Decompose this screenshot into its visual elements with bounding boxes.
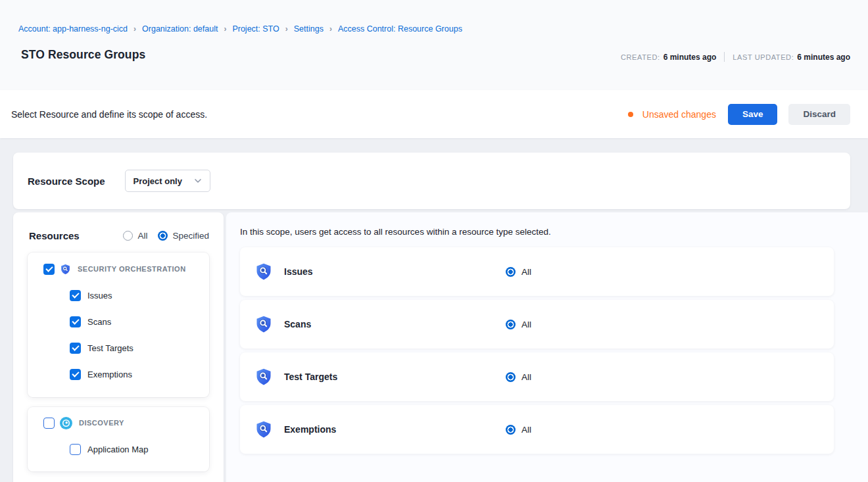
save-button[interactable]: Save	[728, 104, 778, 125]
radio-selected-icon[interactable]	[506, 425, 516, 435]
scope-description: In this scope, users get access to all r…	[240, 227, 868, 237]
unsaved-dot-icon	[628, 112, 633, 117]
tree-item-label: Scans	[87, 317, 111, 327]
access-radio-group[interactable]: All	[506, 372, 531, 382]
chevron-down-icon	[194, 178, 202, 183]
breadcrumb-access-control[interactable]: Access Control: Resource Groups	[338, 24, 462, 34]
tree-row-security-orchestration[interactable]: SECURITY ORCHESTRATION	[28, 256, 209, 282]
tree-row-discovery[interactable]: DISCOVERY	[28, 410, 209, 436]
radio-selected-icon[interactable]	[506, 267, 516, 277]
tree-row-issues[interactable]: Issues	[28, 282, 209, 308]
breadcrumb-separator-icon: ›	[329, 24, 332, 34]
breadcrumb-project[interactable]: Project: STO	[232, 24, 279, 34]
tree-item-label: Test Targets	[87, 343, 133, 353]
access-radio-group[interactable]: All	[506, 267, 531, 277]
radio-selected-icon[interactable]	[506, 372, 516, 382]
page-title: STO Resource Groups	[21, 48, 145, 62]
action-toolbar: Select Resource and define its scope of …	[0, 90, 868, 138]
tree-row-test-targets[interactable]: Test Targets	[28, 335, 209, 361]
resource-card-scans: Scans All	[240, 300, 834, 349]
resource-card-title: Issues	[284, 266, 313, 277]
resource-card-exemptions: Exemptions All	[240, 405, 834, 454]
toolbar-description: Select Resource and define its scope of …	[11, 109, 207, 120]
page-header: Account: app-harness-ng-cicd › Organizat…	[0, 0, 868, 90]
resource-card-title: Exemptions	[284, 424, 336, 435]
access-all-label: All	[521, 425, 531, 435]
access-all-label: All	[521, 267, 531, 277]
radio-specified-label: Specified	[172, 231, 209, 241]
group-label: SECURITY ORCHESTRATION	[78, 265, 186, 273]
access-radio-group[interactable]: All	[506, 425, 531, 435]
discard-button[interactable]: Discard	[788, 104, 850, 125]
unsaved-changes-indicator: Unsaved changes	[628, 109, 716, 120]
discovery-icon	[60, 417, 72, 429]
shield-search-icon	[254, 368, 273, 386]
resources-panel: Resources All Specified SECURITY ORCHES	[13, 212, 224, 482]
resource-group-discovery: DISCOVERY Application Map	[28, 407, 209, 471]
tree-item-label: Issues	[87, 291, 112, 301]
shield-search-icon	[254, 315, 273, 333]
access-all-label: All	[521, 372, 531, 382]
created-label: CREATED:	[621, 53, 660, 61]
created-value: 6 minutes ago	[663, 53, 717, 62]
unsaved-changes-label: Unsaved changes	[642, 109, 716, 120]
breadcrumb-separator-icon: ›	[224, 24, 226, 34]
shield-search-icon	[254, 420, 273, 439]
resource-scope-card: Resource Scope Project only	[13, 153, 850, 209]
radio-option-all[interactable]: All	[123, 231, 147, 241]
checkbox-checked-icon[interactable]	[70, 343, 81, 354]
radio-option-specified[interactable]: Specified	[158, 231, 209, 241]
checkbox-checked-icon[interactable]	[70, 290, 81, 301]
scope-detail-panel: In this scope, users get access to all r…	[226, 212, 868, 482]
tree-row-application-map[interactable]: Application Map	[28, 436, 209, 462]
tree-row-scans[interactable]: Scans	[28, 308, 209, 335]
radio-selected-icon[interactable]	[158, 231, 168, 241]
resource-scope-selected-value: Project only	[133, 176, 194, 186]
breadcrumb-separator-icon: ›	[133, 24, 136, 34]
resources-title: Resources	[29, 230, 80, 241]
resource-card-issues: Issues All	[240, 247, 834, 296]
resource-group-security-orchestration: SECURITY ORCHESTRATION Issues Scans Test…	[28, 253, 209, 397]
resource-scope-dropdown[interactable]: Project only	[125, 170, 210, 192]
breadcrumb-settings[interactable]: Settings	[294, 24, 324, 34]
checkbox-unchecked-icon[interactable]	[43, 418, 55, 429]
resource-card-title: Scans	[284, 319, 311, 329]
breadcrumb: Account: app-harness-ng-cicd › Organizat…	[18, 24, 850, 34]
radio-unselected-icon[interactable]	[123, 231, 133, 241]
tree-item-label: Exemptions	[87, 370, 132, 379]
tree-row-exemptions[interactable]: Exemptions	[28, 361, 209, 387]
breadcrumb-account[interactable]: Account: app-harness-ng-cicd	[18, 24, 128, 34]
access-all-label: All	[521, 320, 531, 329]
checkbox-unchecked-icon[interactable]	[70, 444, 81, 455]
checkbox-checked-icon[interactable]	[70, 369, 81, 380]
group-label: DISCOVERY	[79, 419, 124, 427]
shield-search-icon	[254, 262, 273, 281]
tree-item-label: Application Map	[87, 445, 149, 454]
access-radio-group[interactable]: All	[506, 320, 531, 329]
radio-all-label: All	[137, 231, 147, 241]
checkbox-checked-icon[interactable]	[70, 316, 81, 327]
last-updated-label: LAST UPDATED:	[733, 53, 794, 61]
resource-card-test-targets: Test Targets All	[240, 352, 834, 401]
timestamps: CREATED: 6 minutes ago LAST UPDATED: 6 m…	[621, 52, 850, 62]
resource-card-title: Test Targets	[284, 372, 337, 382]
checkbox-checked-icon[interactable]	[43, 264, 55, 275]
radio-selected-icon[interactable]	[506, 320, 516, 329]
resources-mode-radio-group: All Specified	[123, 231, 209, 241]
breadcrumb-organization[interactable]: Organization: default	[142, 24, 218, 34]
meta-divider	[724, 52, 725, 62]
breadcrumb-separator-icon: ›	[285, 24, 288, 34]
last-updated-value: 6 minutes ago	[797, 53, 850, 62]
shield-search-icon	[60, 264, 71, 275]
resource-scope-label: Resource Scope	[28, 176, 105, 187]
